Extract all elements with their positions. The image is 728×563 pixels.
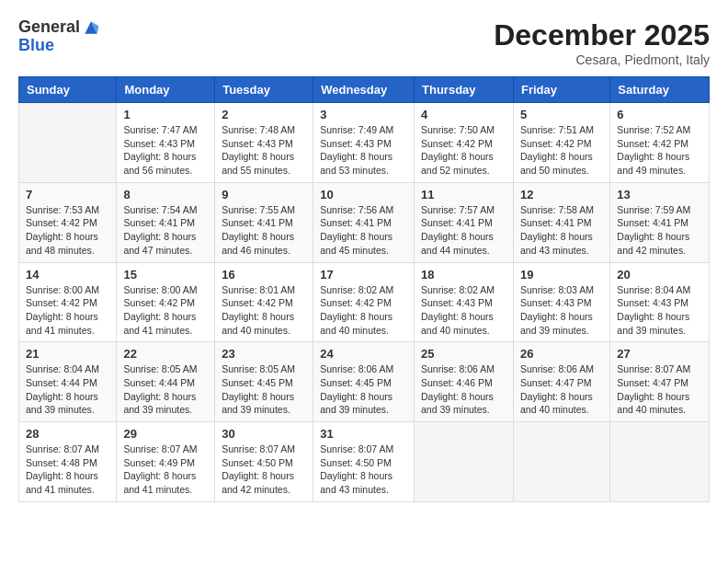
calendar-cell: 18 Sunrise: 8:02 AM Sunset: 4:43 PM Dayl… [415,262,514,342]
daylight: Daylight: 8 hours and 55 minutes. [222,151,294,176]
calendar-cell: 20 Sunrise: 8:04 AM Sunset: 4:43 PM Dayl… [610,262,710,342]
day-info: Sunrise: 8:06 AM Sunset: 4:46 PM Dayligh… [421,362,506,417]
daylight: Daylight: 8 hours and 46 minutes. [222,231,294,256]
sunset: Sunset: 4:49 PM [123,457,195,468]
calendar-cell: 17 Sunrise: 8:02 AM Sunset: 4:42 PM Dayl… [313,262,415,342]
sunrise: Sunrise: 7:50 AM [421,124,495,135]
daylight: Daylight: 8 hours and 56 minutes. [123,151,196,176]
daylight: Daylight: 8 hours and 49 minutes. [617,151,689,176]
calendar-header-row: SundayMondayTuesdayWednesdayThursdayFrid… [19,77,710,103]
daylight: Daylight: 8 hours and 39 minutes. [520,311,593,336]
sunset: Sunset: 4:46 PM [421,377,493,388]
calendar-cell: 22 Sunrise: 8:05 AM Sunset: 4:44 PM Dayl… [117,342,215,422]
day-number: 11 [421,188,506,201]
daylight: Daylight: 8 hours and 39 minutes. [26,391,98,416]
sunset: Sunset: 4:47 PM [617,377,688,388]
month-title: December 2025 [494,18,710,52]
daylight: Daylight: 8 hours and 40 minutes. [222,311,294,336]
day-number: 15 [123,268,208,282]
day-number: 26 [520,347,603,361]
calendar-cell [19,103,117,183]
day-info: Sunrise: 7:48 AM Sunset: 4:43 PM Dayligh… [222,123,306,178]
day-number: 24 [320,347,407,361]
sunrise: Sunrise: 7:58 AM [520,204,594,215]
sunrise: Sunrise: 7:49 AM [320,124,393,135]
day-info: Sunrise: 8:06 AM Sunset: 4:47 PM Dayligh… [520,362,603,417]
calendar-cell: 15 Sunrise: 8:00 AM Sunset: 4:42 PM Dayl… [117,262,215,342]
day-info: Sunrise: 7:56 AM Sunset: 4:41 PM Dayligh… [320,203,407,258]
sunset: Sunset: 4:41 PM [617,217,688,228]
day-info: Sunrise: 7:54 AM Sunset: 4:41 PM Dayligh… [123,203,208,258]
calendar-cell: 8 Sunrise: 7:54 AM Sunset: 4:41 PM Dayli… [117,182,215,262]
weekday-header: Saturday [610,77,710,103]
day-info: Sunrise: 8:03 AM Sunset: 4:43 PM Dayligh… [520,283,603,338]
daylight: Daylight: 8 hours and 39 minutes. [123,391,196,416]
day-number: 3 [320,108,407,121]
sunset: Sunset: 4:43 PM [222,138,293,149]
day-number: 17 [320,268,407,282]
sunset: Sunset: 4:41 PM [320,217,392,228]
day-number: 18 [421,268,506,282]
sunrise: Sunrise: 7:52 AM [617,124,690,135]
day-number: 2 [222,108,306,121]
calendar-week-row: 1 Sunrise: 7:47 AM Sunset: 4:43 PM Dayli… [19,103,710,183]
day-info: Sunrise: 8:07 AM Sunset: 4:48 PM Dayligh… [26,442,109,497]
sunrise: Sunrise: 7:51 AM [520,124,594,135]
sunset: Sunset: 4:48 PM [26,457,97,468]
sunrise: Sunrise: 8:07 AM [617,363,690,374]
day-number: 20 [617,268,702,282]
day-number: 7 [26,188,109,201]
daylight: Daylight: 8 hours and 52 minutes. [421,151,494,176]
daylight: Daylight: 8 hours and 41 minutes. [26,311,98,336]
sunrise: Sunrise: 8:07 AM [123,443,197,454]
sunset: Sunset: 4:43 PM [520,297,592,308]
sunrise: Sunrise: 8:02 AM [421,284,495,295]
sunset: Sunset: 4:41 PM [123,217,195,228]
calendar-cell: 12 Sunrise: 7:58 AM Sunset: 4:41 PM Dayl… [513,182,609,262]
daylight: Daylight: 8 hours and 39 minutes. [222,391,294,416]
daylight: Daylight: 8 hours and 42 minutes. [617,231,689,256]
logo: General Blue [18,18,100,55]
calendar-cell: 10 Sunrise: 7:56 AM Sunset: 4:41 PM Dayl… [313,182,415,262]
calendar-cell [415,422,514,502]
daylight: Daylight: 8 hours and 40 minutes. [520,391,593,416]
day-number: 12 [520,188,603,201]
day-info: Sunrise: 7:58 AM Sunset: 4:41 PM Dayligh… [520,203,603,258]
day-number: 19 [520,268,603,282]
day-info: Sunrise: 7:49 AM Sunset: 4:43 PM Dayligh… [320,123,407,178]
day-info: Sunrise: 7:57 AM Sunset: 4:41 PM Dayligh… [421,203,506,258]
day-info: Sunrise: 7:52 AM Sunset: 4:42 PM Dayligh… [617,123,702,178]
day-info: Sunrise: 8:07 AM Sunset: 4:47 PM Dayligh… [617,362,702,417]
logo-blue: Blue [18,37,100,55]
calendar-cell: 6 Sunrise: 7:52 AM Sunset: 4:42 PM Dayli… [610,103,710,183]
daylight: Daylight: 8 hours and 42 minutes. [222,470,294,495]
calendar-cell: 31 Sunrise: 8:07 AM Sunset: 4:50 PM Dayl… [313,422,415,502]
sunset: Sunset: 4:43 PM [421,297,493,308]
day-info: Sunrise: 7:53 AM Sunset: 4:42 PM Dayligh… [26,203,109,258]
calendar-cell [610,422,710,502]
sunset: Sunset: 4:47 PM [520,377,592,388]
sunset: Sunset: 4:50 PM [320,457,392,468]
sunrise: Sunrise: 8:06 AM [320,363,393,374]
sunset: Sunset: 4:44 PM [123,377,195,388]
sunrise: Sunrise: 8:00 AM [26,284,99,295]
calendar-cell: 7 Sunrise: 7:53 AM Sunset: 4:42 PM Dayli… [19,182,117,262]
calendar-cell: 16 Sunrise: 8:01 AM Sunset: 4:42 PM Dayl… [215,262,313,342]
day-info: Sunrise: 8:02 AM Sunset: 4:42 PM Dayligh… [320,283,407,338]
daylight: Daylight: 8 hours and 41 minutes. [123,470,196,495]
daylight: Daylight: 8 hours and 41 minutes. [123,311,196,336]
weekday-header: Wednesday [313,77,415,103]
calendar-cell: 14 Sunrise: 8:00 AM Sunset: 4:42 PM Dayl… [19,262,117,342]
day-info: Sunrise: 8:00 AM Sunset: 4:42 PM Dayligh… [26,283,109,338]
day-info: Sunrise: 8:01 AM Sunset: 4:42 PM Dayligh… [222,283,306,338]
sunset: Sunset: 4:43 PM [617,297,688,308]
sunrise: Sunrise: 7:47 AM [123,124,197,135]
daylight: Daylight: 8 hours and 47 minutes. [123,231,196,256]
daylight: Daylight: 8 hours and 43 minutes. [520,231,593,256]
calendar-cell: 2 Sunrise: 7:48 AM Sunset: 4:43 PM Dayli… [215,103,313,183]
sunrise: Sunrise: 8:00 AM [123,284,197,295]
calendar-cell: 9 Sunrise: 7:55 AM Sunset: 4:41 PM Dayli… [215,182,313,262]
day-number: 29 [123,427,208,441]
daylight: Daylight: 8 hours and 45 minutes. [320,231,392,256]
day-number: 10 [320,188,407,201]
